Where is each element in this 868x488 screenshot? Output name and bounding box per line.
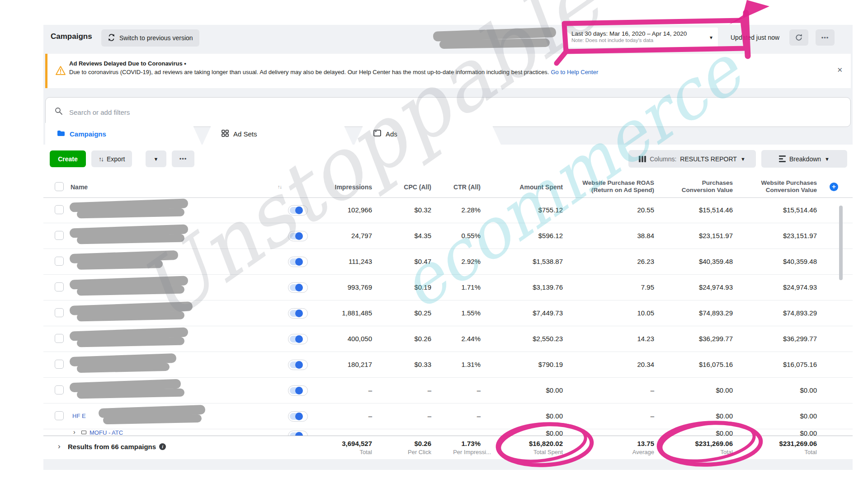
campaign-toggle[interactable] xyxy=(288,431,308,436)
tab-campaigns[interactable]: Campaigns xyxy=(45,123,202,145)
chevron-down-icon: ▼ xyxy=(741,156,745,162)
breakdown-label: Breakdown xyxy=(789,155,821,163)
cell-amount_spent: $755.12 xyxy=(538,206,563,214)
cell-roas: 20.34 xyxy=(637,361,654,368)
footer-cell-cpc: $0.26Per Click xyxy=(408,436,431,455)
footer-value: $16,820.02 xyxy=(529,440,563,447)
folder-icon xyxy=(81,431,86,434)
campaign-toggle[interactable] xyxy=(288,231,308,241)
redaction-stroke xyxy=(439,38,550,49)
table-row: HF E–––$0.00–$0.00$0.00 xyxy=(43,404,853,429)
row-checkbox[interactable] xyxy=(55,308,64,317)
name-redaction xyxy=(77,389,184,399)
cell-amount_spent: $3,139.76 xyxy=(533,283,563,291)
column-cpc[interactable]: CPC (All) xyxy=(404,183,431,191)
cell-amount_spent: $0.00 xyxy=(546,412,563,420)
cell-web_purchases_value: $40,359.48 xyxy=(783,258,817,265)
campaign-name-hint[interactable]: MOFU - ATC xyxy=(90,429,123,436)
help-center-link[interactable]: Go to Help Center xyxy=(551,69,598,75)
vertical-scrollbar-thumb[interactable] xyxy=(839,206,843,280)
columns-value: RESULTS REPORT xyxy=(680,155,737,163)
select-all-checkbox[interactable] xyxy=(55,182,64,191)
columns-button[interactable]: Columns: RESULTS REPORT ▼ xyxy=(628,150,756,168)
column-roas[interactable]: Website Purchase ROAS (Return on Ad Spen… xyxy=(582,179,654,194)
ad-sets-grid-icon xyxy=(222,130,229,138)
cell-amount_spent: $2,550.23 xyxy=(533,335,563,343)
cell-web_purchases_value: $16,075.16 xyxy=(783,361,817,368)
info-icon[interactable]: i xyxy=(159,443,166,450)
footer-value: 3,694,527 xyxy=(342,440,372,447)
export-button[interactable]: ↑↓ Export xyxy=(91,150,132,167)
cell-impressions: – xyxy=(368,386,372,394)
footer-cell-amt: $16,820.02Total Spent xyxy=(529,436,563,455)
cell-web_purchases_value: $15,514.46 xyxy=(783,206,817,214)
row-checkbox[interactable] xyxy=(55,257,64,266)
name-redaction xyxy=(77,337,184,347)
campaign-toggle[interactable] xyxy=(288,411,308,422)
switch-version-button[interactable]: Switch to previous version xyxy=(101,29,199,47)
row-checkbox[interactable] xyxy=(55,385,64,394)
header-more-button[interactable]: ••• xyxy=(816,29,835,46)
campaign-toggle[interactable] xyxy=(288,282,308,293)
results-summary-text: Results from 66 campaigns xyxy=(68,443,156,450)
cell-ctr: 1.71% xyxy=(461,283,481,291)
cell-purchases_value: $24,974.93 xyxy=(699,283,733,291)
column-web-purchases-value[interactable]: Website Purchases Conversion Value xyxy=(761,179,817,194)
campaign-name-hint[interactable]: HF E xyxy=(72,413,86,419)
chevron-down-icon: ▼ xyxy=(154,156,159,162)
coronavirus-warning-banner: Ad Reviews Delayed Due to Coronavirus • … xyxy=(45,54,851,88)
cell-impressions: – xyxy=(368,412,372,420)
tab-ads-label: Ads xyxy=(386,130,397,138)
column-ctr[interactable]: CTR (All) xyxy=(453,183,481,191)
campaign-toggle[interactable] xyxy=(288,360,308,370)
cell-impressions: 180,217 xyxy=(348,361,372,368)
search-filter-bar[interactable]: Search or add filters xyxy=(45,97,851,127)
ads-page-icon xyxy=(373,130,381,138)
column-amount-spent[interactable]: Amount Spent xyxy=(519,183,563,191)
refresh-icon xyxy=(795,33,803,42)
tab-ads[interactable]: Ads xyxy=(354,123,501,145)
row-checkbox[interactable] xyxy=(55,334,64,343)
export-caret-button[interactable]: ▼ xyxy=(146,150,166,167)
toolbar-more-button[interactable]: ••• xyxy=(172,150,194,167)
cell-amount_spent: $0.00 xyxy=(546,386,563,394)
name-redaction xyxy=(77,234,184,244)
cell-ctr: 0.55% xyxy=(461,232,481,239)
campaign-toggle[interactable] xyxy=(288,308,308,319)
refresh-button[interactable] xyxy=(789,29,808,46)
row-checkbox[interactable] xyxy=(55,360,64,369)
expand-chevron-icon[interactable]: › xyxy=(58,442,61,451)
add-column-icon[interactable]: + xyxy=(830,183,838,191)
cell-cpc: $4.35 xyxy=(414,232,431,239)
column-purchases-value[interactable]: Purchases Conversion Value xyxy=(682,179,733,194)
row-checkbox[interactable] xyxy=(55,411,64,420)
banner-body: Due to coronavirus (COVID-19), ad review… xyxy=(69,69,598,75)
cell-cpc: $0.33 xyxy=(414,361,431,368)
campaign-toggle[interactable] xyxy=(288,385,308,396)
table-row: 180,217$0.331.31%$790.1920.34$16,075.16$… xyxy=(43,352,853,378)
date-range-selector[interactable]: Last 30 days: Mar 16, 2020 – Apr 14, 202… xyxy=(566,28,718,47)
tab-ad-sets[interactable]: Ad Sets xyxy=(203,123,353,145)
campaign-toggle[interactable] xyxy=(288,257,308,267)
sort-icon[interactable]: ↑↓ xyxy=(278,184,282,189)
cell-purchases_value: $15,514.46 xyxy=(699,206,733,214)
row-checkbox[interactable] xyxy=(55,231,64,240)
campaign-toggle[interactable] xyxy=(288,334,308,344)
cell-amount_spent: $7,449.73 xyxy=(533,309,563,317)
column-impressions[interactable]: Impressions xyxy=(335,183,372,191)
breakdown-button[interactable]: Breakdown ▼ xyxy=(761,150,847,168)
footer-cell-ctr: 1.73%Per Impressi... xyxy=(453,436,481,455)
search-placeholder: Search or add filters xyxy=(69,108,130,116)
row-checkbox[interactable] xyxy=(55,282,64,291)
campaign-toggle[interactable] xyxy=(288,205,308,216)
footer-sublabel: Total Spent xyxy=(529,449,563,455)
cell-cpc: $0.47 xyxy=(414,258,431,265)
row-checkbox[interactable] xyxy=(55,205,64,214)
column-name: Name xyxy=(71,183,88,191)
account-name-redaction xyxy=(433,28,560,50)
cell-cpc: $0.26 xyxy=(414,335,431,343)
search-icon xyxy=(55,107,63,117)
column-roas-line1: Website Purchase ROAS xyxy=(582,179,654,186)
close-icon[interactable]: ✕ xyxy=(837,66,843,74)
create-button[interactable]: Create xyxy=(50,150,86,167)
